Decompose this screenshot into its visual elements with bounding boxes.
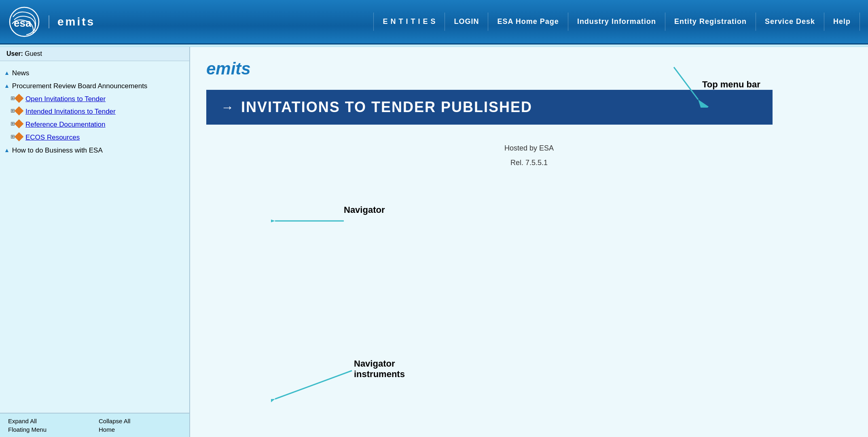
diamond-icon-open [15, 93, 24, 103]
user-label: User: [6, 50, 23, 57]
diamond-icon-intended [15, 106, 24, 116]
hosted-by: Hosted by ESA [206, 141, 852, 155]
nav-entities[interactable]: E N T I T I E S [373, 13, 445, 31]
tree-link-intended-invitations[interactable]: Intended Invitations to Tender [25, 107, 116, 117]
tree-link-ecos[interactable]: ECOS Resources [25, 133, 80, 142]
esa-logo-icon: esa [8, 6, 40, 38]
tree-item-news[interactable]: ▲ News [3, 67, 186, 80]
main-layout: User: Guest ▲ News ▲ Procurement Review … [0, 47, 868, 437]
sidebar-footer: Expand All Collapse All Floating Menu Ho… [0, 413, 189, 437]
tree-link-reference-docs[interactable]: Reference Documentation [25, 120, 106, 129]
top-menu-annotation-area: Top menu bar [666, 59, 787, 109]
collapse-all-link[interactable]: Collapse All [99, 418, 181, 424]
page-header: esa emits E N T I T I E S LOGIN ESA Home… [0, 0, 868, 45]
nav-instruments-annotation-label: Navigator instruments [354, 359, 405, 380]
triangle-icon-howto: ▲ [4, 146, 10, 155]
home-link[interactable]: Home [99, 426, 181, 433]
tree-item-how-to[interactable]: ▲ How to do Business with ESA [3, 144, 186, 157]
user-name: Guest [25, 50, 42, 57]
diamond-icon-ecos [15, 132, 24, 142]
triangle-icon-procurement: ▲ [4, 82, 10, 90]
navigator-annotation-label: Navigator [344, 205, 385, 215]
tree-item-reference-docs[interactable]: ⊞ Reference Documentation [3, 118, 186, 131]
sidebar-navigator: User: Guest ▲ News ▲ Procurement Review … [0, 47, 190, 437]
top-nav-menu: E N T I T I E S LOGIN ESA Home Page Indu… [373, 13, 860, 31]
expand-all-link[interactable]: Expand All [8, 418, 91, 424]
release-version: Rel. 7.5.5.1 [206, 155, 852, 170]
nav-help[interactable]: Help [824, 13, 860, 31]
content-area: emits → INVITATIONS TO TENDER PUBLISHED … [190, 47, 868, 437]
logo-area: esa emits [8, 6, 186, 38]
tree-item-procurement[interactable]: ▲ Procurement Review Board Announcements [3, 80, 186, 93]
tree-label-how-to: How to do Business with ESA [12, 146, 103, 155]
banner-text: INVITATIONS TO TENDER PUBLISHED [241, 99, 532, 116]
svg-text:esa: esa [14, 17, 32, 29]
top-menu-annotation-label: Top menu bar [702, 79, 760, 90]
navigator-annotation-area: Navigator [271, 201, 384, 243]
tree-label-news: News [12, 68, 30, 78]
diamond-icon-reference [15, 119, 24, 129]
banner-arrow-icon: → [221, 100, 235, 115]
nav-login[interactable]: LOGIN [445, 13, 488, 31]
tree-label-procurement: Procurement Review Board Announcements [12, 81, 148, 91]
nav-instruments-annotation-area: Navigator instruments [271, 359, 400, 413]
hosted-info: Hosted by ESA Rel. 7.5.5.1 [206, 141, 852, 170]
svg-line-7 [275, 371, 352, 399]
nav-tree: ▲ News ▲ Procurement Review Board Announ… [0, 61, 189, 413]
tree-item-ecos[interactable]: ⊞ ECOS Resources [3, 131, 186, 144]
nav-esa-home[interactable]: ESA Home Page [488, 13, 568, 31]
triangle-icon-news: ▲ [4, 69, 10, 77]
user-bar: User: Guest [0, 47, 189, 61]
nav-entity-reg[interactable]: Entity Registration [665, 13, 756, 31]
emits-logo: emits [49, 15, 95, 28]
tree-link-open-invitations[interactable]: Open Invitations to Tender [25, 94, 106, 104]
floating-menu-link[interactable]: Floating Menu [8, 426, 91, 433]
nav-service-desk[interactable]: Service Desk [756, 13, 824, 31]
tree-item-intended-invitations[interactable]: ⊞ Intended Invitations to Tender [3, 105, 186, 118]
esa-logo: esa [8, 6, 40, 38]
nav-industry-info[interactable]: Industry Information [568, 13, 665, 31]
tree-item-open-invitations[interactable]: ⊞ Open Invitations to Tender [3, 93, 186, 106]
svg-line-3 [674, 67, 698, 100]
